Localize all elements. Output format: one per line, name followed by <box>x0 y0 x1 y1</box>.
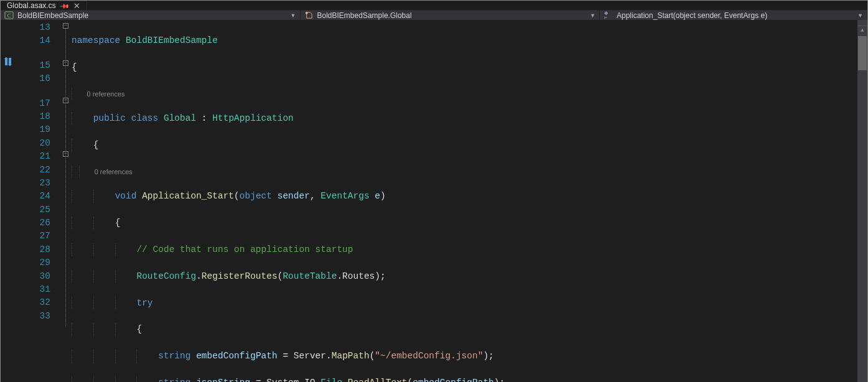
fold-toggle[interactable]: − <box>63 23 68 29</box>
chevron-down-icon: ▼ <box>857 12 863 19</box>
line-number: 19 <box>14 123 50 136</box>
line-number: 16 <box>14 72 50 85</box>
scroll-up-button[interactable]: ▲ <box>857 26 867 36</box>
nav-bar: C BoldBIEmbedSample ▼ BoldBIEmbedSample.… <box>1 11 867 20</box>
line-number: 27 <box>14 230 50 243</box>
indicator-margin <box>1 20 14 382</box>
line-number: 20 <box>14 137 50 150</box>
line-number: 22 <box>14 164 50 177</box>
svg-rect-3 <box>604 11 609 16</box>
nav-project-label: BoldBIEmbedSample <box>17 11 88 20</box>
line-number: 31 <box>14 283 50 296</box>
vertical-scrollbar[interactable]: ▲ ▼ <box>857 20 867 382</box>
nav-method-dropdown[interactable]: Application_Start(object sender, EventAr… <box>600 11 867 20</box>
line-number: 13 <box>14 21 50 34</box>
chevron-down-icon: ▼ <box>291 12 296 19</box>
svg-point-2 <box>305 12 307 14</box>
scroll-map[interactable] <box>857 36 867 382</box>
fold-toggle[interactable]: − <box>63 98 68 103</box>
fold-toggle[interactable]: − <box>63 60 68 66</box>
outline-margin: − − − − <box>62 20 70 382</box>
line-number: 15 <box>14 59 50 72</box>
line-number: 26 <box>14 217 50 230</box>
method-icon <box>604 11 613 20</box>
line-number: 32 <box>14 296 50 309</box>
tab-label: Global.asax.cs <box>7 1 56 10</box>
nav-project-dropdown[interactable]: C BoldBIEmbedSample ▼ <box>1 11 301 20</box>
close-icon[interactable]: ✕ <box>73 2 80 10</box>
line-number: 25 <box>14 203 50 217</box>
line-number: 23 <box>14 177 50 190</box>
file-tab[interactable]: Global.asax.cs 📌 ✕ <box>1 1 87 10</box>
scroll-thumb[interactable] <box>858 36 867 70</box>
nav-class-label: BoldBIEmbedSample.Global <box>317 11 412 20</box>
editor-window: Global.asax.cs 📌 ✕ C BoldBIEmbedSample ▼… <box>0 0 868 382</box>
nav-class-dropdown[interactable]: BoldBIEmbedSample.Global ▼ <box>301 11 600 20</box>
line-number: 18 <box>14 110 50 123</box>
svg-text:C: C <box>7 12 11 19</box>
code-editor[interactable]: 13 14 15 16 17 18 19 20 21 22 23 24 25 2… <box>1 20 867 382</box>
codelens-references[interactable]: 0 references <box>95 168 133 175</box>
track-changes-icon <box>4 57 12 71</box>
line-number: 33 <box>14 310 50 323</box>
nav-method-label: Application_Start(object sender, EventAr… <box>617 11 767 20</box>
line-number: 30 <box>14 270 50 283</box>
line-number-gutter: 13 14 15 16 17 18 19 20 21 22 23 24 25 2… <box>14 20 62 382</box>
line-number: 21 <box>14 150 50 163</box>
fold-toggle[interactable]: − <box>63 151 68 157</box>
tab-row: Global.asax.cs 📌 ✕ <box>1 1 867 11</box>
class-icon <box>304 11 314 20</box>
pin-icon[interactable]: 📌 <box>60 1 70 11</box>
line-number: 24 <box>14 190 50 203</box>
csharp-project-icon: C <box>4 11 14 20</box>
line-number: 14 <box>14 34 50 47</box>
code-area[interactable]: namespace BoldBIEmbedSample { 0 referenc… <box>70 20 857 382</box>
line-number: 29 <box>14 256 50 269</box>
codelens-references[interactable]: 0 references <box>86 90 124 98</box>
chevron-down-icon: ▼ <box>590 12 595 19</box>
line-number: 28 <box>14 243 50 256</box>
line-number: 17 <box>14 97 50 110</box>
